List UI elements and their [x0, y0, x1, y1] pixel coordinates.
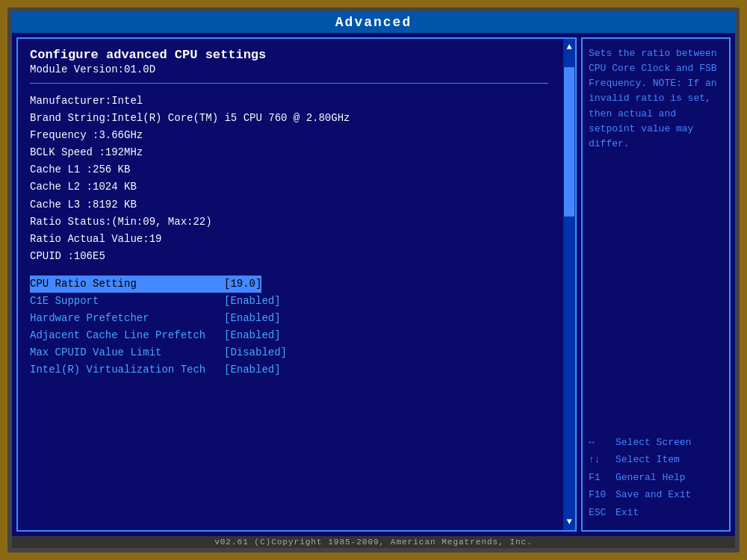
setting-label: Hardware Prefetcher: [30, 310, 224, 327]
help-key-label: Save and Exit: [616, 488, 691, 503]
setting-label: CPU Ratio Setting: [30, 276, 224, 293]
info-row: CPUID :106E5: [30, 248, 548, 265]
help-key-row: F10Save and Exit: [589, 488, 723, 503]
help-key-row: ↔Select Screen: [589, 435, 723, 450]
setting-label: Adjacent Cache Line Prefetch: [30, 327, 224, 344]
help-key-sym: F1: [589, 470, 616, 485]
divider: [30, 83, 548, 84]
help-key-sym: ESC: [589, 505, 616, 520]
setting-value: [Enabled]: [224, 361, 281, 379]
main-panel: Configure advanced CPU settings Module V…: [16, 37, 577, 532]
help-key-label: Select Item: [616, 452, 680, 467]
scrollbar[interactable]: ▲ ▼: [563, 39, 575, 530]
scrollbar-thumb: [564, 67, 574, 217]
setting-label: Intel(R) Virtualization Tech: [30, 361, 224, 379]
help-key-row: ↑↓Select Item: [589, 452, 723, 467]
info-row: Frequency :3.66GHz: [30, 127, 548, 144]
help-text-content: Sets the ratio between CPU Core Clock an…: [589, 48, 717, 149]
setting-row[interactable]: CPU Ratio Setting [19.0]: [30, 276, 548, 293]
help-key-label: Exit: [616, 505, 639, 520]
setting-row[interactable]: Max CPUID Value Limit [Disabled]: [30, 344, 548, 361]
setting-row[interactable]: Hardware Prefetcher [Enabled]: [30, 310, 548, 327]
setting-row[interactable]: C1E Support [Enabled]: [30, 293, 548, 310]
help-key-label: General Help: [616, 470, 686, 485]
help-key-label: Select Screen: [616, 435, 691, 450]
header-title: Advanced: [335, 15, 412, 30]
settings-section: CPU Ratio Setting [19.0]C1E Support [Ena…: [30, 276, 548, 379]
setting-value: [Enabled]: [224, 310, 281, 327]
monitor-frame: Advanced Configure advanced CPU settings…: [7, 7, 740, 553]
main-content: Configure advanced CPU settings Module V…: [30, 48, 563, 379]
help-panel: Sets the ratio between CPU Core Clock an…: [581, 37, 731, 532]
info-row: Brand String:Intel(R) Core(TM) i5 CPU 76…: [30, 110, 548, 127]
bios-header: Advanced: [12, 12, 735, 33]
section-subtitle: Module Version:01.0D: [30, 63, 548, 75]
info-row: Manufacturer:Intel: [30, 93, 548, 110]
setting-row[interactable]: Adjacent Cache Line Prefetch [Enabled]: [30, 327, 548, 344]
info-row: Ratio Actual Value:19: [30, 231, 548, 248]
footer-bar: v02.61 (C)Copyright 1985-2009, American …: [12, 536, 735, 548]
info-row: Cache L1 :256 KB: [30, 161, 548, 178]
help-key-row: F1General Help: [589, 470, 723, 485]
scroll-up-arrow[interactable]: ▲: [566, 42, 571, 52]
setting-label: Max CPUID Value Limit: [30, 344, 224, 361]
section-title: Configure advanced CPU settings: [30, 48, 548, 62]
help-key-row: ESCExit: [589, 505, 723, 520]
setting-value: [Enabled]: [224, 293, 281, 310]
info-row: BCLK Speed :192MHz: [30, 144, 548, 161]
info-row: Cache L3 :8192 KB: [30, 196, 548, 214]
help-keys: ↔Select Screen↑↓Select ItemF1General Hel…: [589, 435, 723, 523]
help-key-sym: ↔: [589, 435, 616, 450]
info-row: Ratio Status:(Min:09, Max:22): [30, 214, 548, 231]
help-key-sym: ↑↓: [589, 452, 616, 467]
info-rows: Manufacturer:IntelBrand String:Intel(R) …: [30, 93, 548, 265]
setting-value: [19.0]: [224, 276, 261, 293]
setting-value: [Disabled]: [224, 344, 287, 361]
help-key-sym: F10: [589, 488, 616, 503]
setting-label: C1E Support: [30, 293, 224, 310]
info-row: Cache L2 :1024 KB: [30, 178, 548, 196]
scroll-down-arrow[interactable]: ▼: [566, 517, 571, 527]
setting-row[interactable]: Intel(R) Virtualization Tech [Enabled]: [30, 361, 548, 379]
setting-value: [Enabled]: [224, 327, 281, 344]
footer-text: v02.61 (C)Copyright 1985-2009, American …: [214, 538, 533, 547]
help-text: Sets the ratio between CPU Core Clock an…: [589, 46, 723, 428]
bios-body: Configure advanced CPU settings Module V…: [12, 33, 735, 536]
